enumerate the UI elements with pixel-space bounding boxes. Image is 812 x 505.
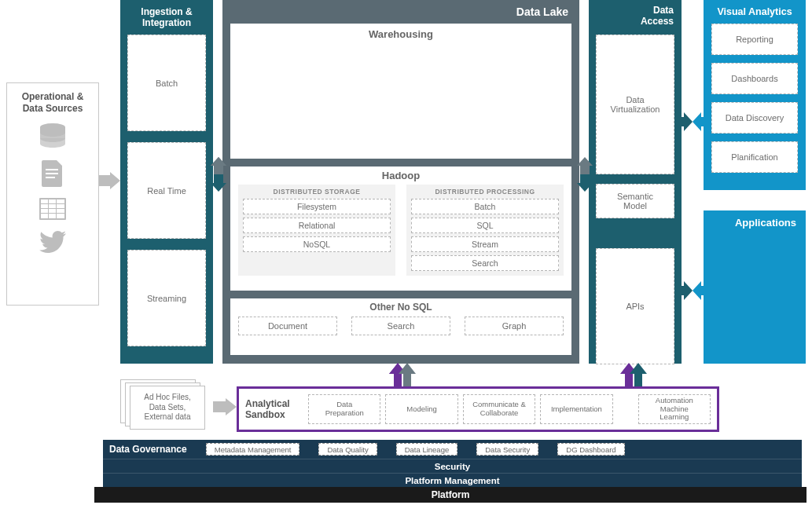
svg-rect-6 bbox=[49, 199, 56, 203]
twitter-icon bbox=[39, 231, 66, 253]
nosql-search: Search bbox=[351, 317, 450, 335]
adhoc-label: Ad Hoc Files,Data Sets,External data bbox=[130, 386, 205, 430]
sandbox-impl: Implementation bbox=[540, 394, 612, 424]
svg-rect-14 bbox=[41, 214, 48, 218]
processing-sql: SQL bbox=[411, 218, 559, 233]
platform-bar: Platform bbox=[94, 487, 806, 503]
sandbox-title: AnalyticalSandbox bbox=[245, 398, 303, 421]
security-bar: Security bbox=[103, 459, 802, 473]
applications-title: Applications bbox=[704, 210, 806, 234]
nosql-document: Document bbox=[238, 317, 337, 335]
svg-rect-10 bbox=[57, 204, 64, 208]
sandbox-prep: DataPreparation bbox=[308, 394, 380, 424]
gov-metadata: Metadata Management bbox=[206, 443, 300, 456]
svg-rect-2 bbox=[46, 173, 58, 174]
svg-rect-18 bbox=[214, 174, 223, 183]
storage-relational: Relational bbox=[243, 218, 391, 233]
warehousing-title: Warehousing bbox=[230, 28, 571, 40]
spreadsheet-icon bbox=[39, 198, 66, 220]
semantic-model: SemanticModel bbox=[596, 184, 674, 218]
svg-rect-19 bbox=[580, 166, 590, 174]
svg-rect-15 bbox=[49, 214, 56, 218]
operational-data-sources-panel: Operational &Data Sources bbox=[6, 82, 99, 306]
storage-nosql: NoSQL bbox=[243, 236, 391, 252]
data-access-title: DataAccess bbox=[589, 0, 682, 35]
storage-filesystem: Filesystem bbox=[243, 199, 391, 214]
ingestion-realtime: Real Time bbox=[127, 142, 206, 239]
document-icon bbox=[42, 160, 64, 187]
svg-rect-3 bbox=[46, 177, 55, 178]
va-discovery: Data Discovery bbox=[711, 102, 798, 134]
distributed-processing-group: DISTRIBUTED PROCESSING Batch SQL Stream … bbox=[406, 185, 564, 276]
svg-rect-8 bbox=[41, 204, 48, 208]
sandbox-modeling: Modeling bbox=[385, 394, 457, 424]
arrow-adhoc-sandbox bbox=[213, 398, 237, 415]
gov-quality: Data Quality bbox=[318, 443, 377, 456]
va-planification: Planification bbox=[711, 141, 798, 173]
adhoc-files: Ad Hoc Files,Data Sets,External data bbox=[120, 379, 213, 430]
arrow-ingest-lake bbox=[211, 157, 226, 192]
processing-search: Search bbox=[411, 255, 559, 271]
ingestion-integration-panel: Ingestion &Integration Batch Real Time S… bbox=[120, 0, 213, 364]
visual-analytics-panel: Visual Analytics Reporting Dashboards Da… bbox=[704, 0, 806, 190]
data-access-panel: DataAccess DataVirtualization SemanticMo… bbox=[589, 0, 682, 364]
warehousing-box: Warehousing bbox=[230, 24, 571, 159]
arrow-access-apps bbox=[679, 281, 706, 300]
database-icon bbox=[38, 123, 68, 149]
visual-analytics-title: Visual Analytics bbox=[704, 0, 806, 24]
svg-rect-20 bbox=[580, 174, 590, 183]
access-separator bbox=[589, 228, 682, 239]
gov-security: Data Security bbox=[476, 443, 538, 456]
arrow-access-visual bbox=[679, 112, 706, 131]
va-dashboards: Dashboards bbox=[711, 63, 798, 94]
ingestion-batch: Batch bbox=[127, 35, 206, 131]
gov-lineage: Data Lineage bbox=[396, 443, 458, 456]
other-nosql-box: Other No SQL Document Search Graph bbox=[230, 298, 571, 355]
svg-rect-7 bbox=[57, 199, 64, 203]
data-virtualization: DataVirtualization bbox=[596, 35, 674, 174]
gov-dashboard: DG Dashboard bbox=[557, 443, 624, 456]
svg-rect-1 bbox=[46, 169, 58, 170]
data-governance-bar: Data Governance Metadata Management Data… bbox=[103, 440, 802, 459]
processing-batch: Batch bbox=[411, 199, 559, 214]
sandbox-automation: AutomationMachineLearning bbox=[638, 394, 711, 424]
distributed-storage-label: DISTRIBUTED STORAGE bbox=[243, 188, 391, 196]
arrow-sandbox-access bbox=[620, 363, 647, 386]
svg-rect-5 bbox=[41, 199, 48, 203]
ingestion-streaming: Streaming bbox=[127, 250, 206, 346]
arrow-ods-to-ingest bbox=[99, 172, 120, 189]
distributed-storage-group: DISTRIBUTED STORAGE Filesystem Relationa… bbox=[238, 185, 395, 276]
svg-rect-11 bbox=[41, 209, 48, 213]
ingestion-title: Ingestion &Integration bbox=[120, 0, 213, 35]
svg-rect-12 bbox=[49, 209, 56, 213]
nosql-graph: Graph bbox=[465, 317, 564, 335]
other-nosql-title: Other No SQL bbox=[238, 302, 564, 313]
hadoop-box: Hadoop DISTRIBUTED STORAGE Filesystem Re… bbox=[230, 167, 571, 291]
svg-rect-16 bbox=[57, 214, 64, 218]
platform-mgmt-bar: Platform Management bbox=[103, 473, 802, 487]
data-lake-panel: Data Lake Warehousing Hadoop DISTRIBUTED… bbox=[222, 0, 579, 364]
ods-title: Operational &Data Sources bbox=[7, 91, 98, 115]
sandbox-collab: Communicate &Collaborate bbox=[463, 394, 535, 424]
hadoop-title: Hadoop bbox=[238, 170, 564, 181]
data-lake-title: Data Lake bbox=[222, 0, 579, 24]
analytical-sandbox: AnalyticalSandbox DataPreparation Modeli… bbox=[237, 386, 719, 432]
apis-box: APIs bbox=[596, 248, 674, 364]
svg-rect-9 bbox=[49, 204, 56, 208]
governance-title: Data Governance bbox=[109, 444, 187, 455]
va-reporting: Reporting bbox=[711, 24, 798, 55]
svg-rect-13 bbox=[57, 209, 64, 213]
arrow-lake-access bbox=[577, 157, 593, 192]
processing-stream: Stream bbox=[411, 236, 559, 252]
applications-panel: Applications bbox=[704, 210, 806, 364]
arrow-sandbox-lake-left bbox=[389, 363, 416, 386]
distributed-processing-label: DISTRIBUTED PROCESSING bbox=[411, 188, 559, 196]
